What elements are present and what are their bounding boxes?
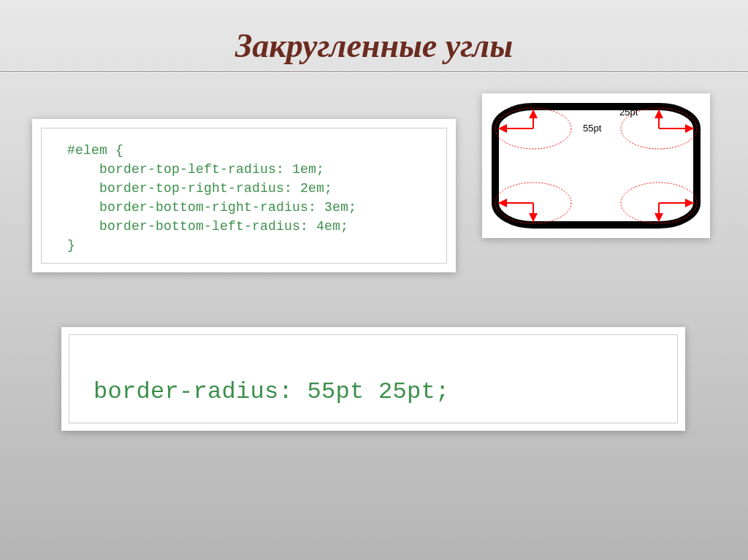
title-underline: [0, 70, 748, 72]
diagram-label-horizontal: 55pt: [583, 123, 601, 134]
code-text-detailed: #elem { border-top-left-radius: 1em; bor…: [67, 141, 356, 256]
slide: Закругленные углы #elem { border-top-lef…: [0, 0, 748, 560]
code-block-detailed: #elem { border-top-left-radius: 1em; bor…: [32, 119, 456, 272]
diagram-svg: [488, 99, 704, 232]
border-radius-diagram: 25pt 55pt: [482, 93, 710, 238]
code-block-shorthand: border-radius: 55pt 25pt;: [61, 327, 685, 431]
diagram-inner: 25pt 55pt: [488, 99, 704, 232]
diagram-label-vertical: 25pt: [619, 107, 638, 118]
slide-title: Закругленные углы: [0, 26, 748, 65]
code-text-shorthand: border-radius: 55pt 25pt;: [94, 378, 450, 405]
